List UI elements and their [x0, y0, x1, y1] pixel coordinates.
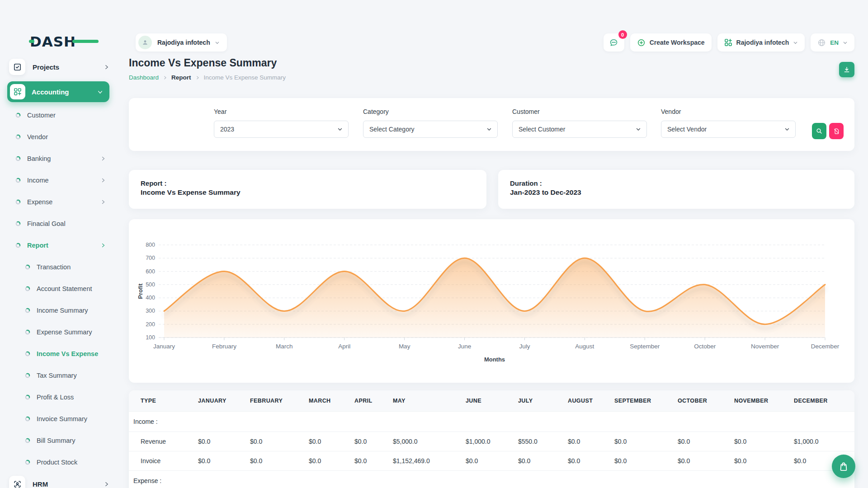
sidebar-item-label: Accounting	[32, 88, 97, 96]
workspace-selector[interactable]: Rajodiya infotech	[717, 33, 805, 52]
status-ring-icon	[25, 373, 30, 378]
sidebar-item-label: Expense	[27, 198, 100, 206]
svg-text:200: 200	[146, 321, 155, 328]
duration-card-value: Jan-2023 to Dec-2023	[498, 187, 854, 197]
sidebar-item-label: Vendor	[27, 133, 106, 141]
svg-text:June: June	[458, 343, 471, 350]
sidebar-item-report[interactable]: Report	[0, 235, 117, 256]
table-cell	[350, 412, 388, 432]
table-cell: $1,152,469.0	[388, 451, 461, 471]
svg-text:800: 800	[146, 242, 155, 248]
svg-text:November: November	[751, 343, 779, 350]
breadcrumb-report[interactable]: Report	[171, 74, 191, 81]
sidebar-item-expense[interactable]: Expense	[0, 191, 117, 213]
table-cell: $0.0	[193, 451, 245, 471]
download-button[interactable]	[839, 62, 854, 77]
sidebar-item-label: Income Summary	[37, 307, 106, 314]
user-selector[interactable]: Rajodiya infotech	[136, 33, 227, 52]
sidebar-item-income[interactable]: Income	[0, 169, 117, 191]
column-header-may: MAY	[388, 390, 461, 412]
sidebar-item-invoice-summary[interactable]: Invoice Summary	[0, 408, 117, 430]
table-cell: $0.0	[610, 432, 673, 451]
sidebar-item-label: Transaction	[37, 263, 106, 271]
chevron-right-icon	[100, 178, 106, 183]
svg-text:March: March	[276, 343, 293, 350]
breadcrumb-current: Income Vs Expense Summary	[204, 74, 286, 81]
filter-panel: Year 2023 Category Select Category Custo…	[129, 98, 854, 151]
sidebar-item-expense-summary[interactable]: Expense Summary	[0, 321, 117, 343]
language-selector[interactable]: EN	[811, 33, 854, 52]
page-title: Income Vs Expense Summary	[129, 57, 854, 69]
table-cell	[730, 471, 789, 488]
table-cell: $0.0	[730, 451, 789, 471]
messages-badge: 0	[618, 30, 627, 39]
chevron-right-icon	[100, 199, 106, 205]
svg-text:May: May	[399, 343, 410, 350]
sidebar-item-projects[interactable]: Projects	[9, 58, 109, 76]
sidebar-item-finacial-goal[interactable]: Finacial Goal	[0, 213, 117, 235]
status-ring-icon	[15, 199, 21, 205]
column-header-type: TYPE	[129, 390, 193, 412]
breadcrumb: Dashboard Report Income Vs Expense Summa…	[129, 74, 854, 81]
column-header-april: APRIL	[350, 390, 388, 412]
create-workspace-button[interactable]: Create Workspace	[630, 33, 712, 52]
sidebar-item-income-summary[interactable]: Income Summary	[0, 300, 117, 321]
table-cell	[514, 412, 563, 432]
status-ring-icon	[15, 178, 21, 183]
chevron-right-icon	[100, 156, 106, 161]
column-header-august: AUGUST	[563, 390, 610, 412]
sidebar-item-customer[interactable]: Customer	[0, 104, 117, 126]
app-logo[interactable]: DASH	[30, 33, 93, 48]
vendor-select[interactable]: Select Vendor	[661, 121, 796, 138]
table-cell: $0.0	[730, 432, 789, 451]
customer-select[interactable]: Select Customer	[512, 121, 647, 138]
category-select[interactable]: Select Category	[363, 121, 498, 138]
table-cell: Revenue	[129, 432, 193, 451]
logo-accent-bar	[72, 40, 99, 43]
sidebar-item-account-statement[interactable]: Account Statement	[0, 278, 117, 300]
language-code: EN	[830, 39, 839, 46]
sidebar-item-label: Profit & Loss	[37, 394, 106, 401]
table-cell	[193, 412, 245, 432]
status-ring-icon	[25, 351, 30, 357]
breadcrumb-dashboard[interactable]: Dashboard	[129, 74, 159, 81]
sidebar-item-vendor[interactable]: Vendor	[0, 126, 117, 148]
duration-summary-card: Duration : Jan-2023 to Dec-2023	[498, 170, 854, 209]
column-header-november: NOVEMBER	[730, 390, 789, 412]
income-expense-table: TYPEJANUARYFEBRUARYMARCHAPRILMAYJUNEJULY…	[129, 390, 854, 488]
apply-filter-button[interactable]	[812, 123, 826, 139]
table-cell	[461, 412, 514, 432]
report-card-value: Income Vs Expense Summary	[129, 187, 486, 197]
column-header-july: JULY	[514, 390, 563, 412]
sidebar-item-banking[interactable]: Banking	[0, 148, 117, 169]
table-cell	[610, 412, 673, 432]
main-content: Rajodiya infotech 0 Create Workspace Raj…	[117, 0, 868, 488]
status-ring-icon	[15, 134, 21, 140]
svg-text:Profit: Profit	[137, 283, 144, 299]
sidebar-item-tax-summary[interactable]: Tax Summary	[0, 365, 117, 386]
workspace-name: Rajodiya infotech	[736, 39, 789, 46]
user-scan-icon	[9, 476, 25, 488]
svg-text:300: 300	[146, 308, 155, 314]
sidebar-item-label: Report	[27, 242, 100, 249]
chevron-down-icon	[784, 127, 790, 132]
status-ring-icon	[25, 264, 30, 270]
sidebar-item-accounting[interactable]: Accounting	[7, 81, 109, 102]
sidebar-item-income-vs-expense[interactable]: Income Vs Expense	[0, 343, 117, 365]
sidebar-item-hrm[interactable]: HRM	[9, 473, 109, 488]
table-section-row: Expense :	[129, 471, 854, 488]
reset-filter-button[interactable]	[829, 123, 844, 139]
sidebar-item-label: Invoice Summary	[37, 415, 106, 422]
year-select[interactable]: 2023	[214, 121, 349, 138]
chevron-down-icon	[97, 89, 103, 95]
messages-button[interactable]: 0	[604, 33, 624, 52]
sidebar-item-transaction[interactable]: Transaction	[0, 256, 117, 278]
table-cell: $0.0	[610, 451, 673, 471]
sidebar-item-label: HRM	[33, 480, 104, 488]
sidebar-item-profit-loss[interactable]: Profit & Loss	[0, 386, 117, 408]
sidebar-item-bill-summary[interactable]: Bill Summary	[0, 430, 117, 451]
chevron-down-icon	[793, 40, 798, 45]
table-section-row: Income :	[129, 412, 854, 432]
cart-floating-button[interactable]	[832, 455, 855, 478]
sidebar-item-product-stock[interactable]: Product Stock	[0, 451, 117, 473]
